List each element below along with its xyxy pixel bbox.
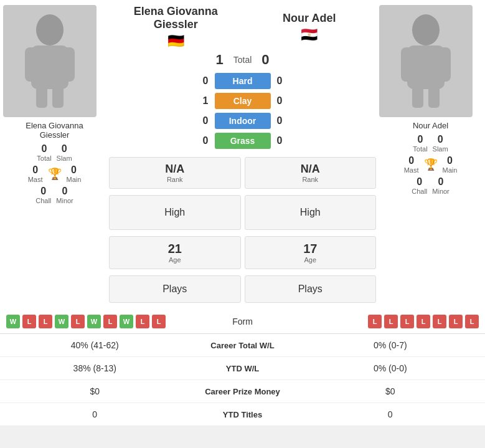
right-slam-stat: 0 Slam [433,134,448,153]
right-mast-stat: 0 Mast [404,155,419,174]
right-player-name-top: Nour Adel [243,12,377,25]
right-player-silhouette [395,11,457,111]
left-mast-stat: 0 Mast [28,164,43,183]
form-badge: L [417,315,430,328]
svg-rect-4 [36,86,47,108]
stats-left-value: $0 [9,386,181,396]
hard-right: 0 [277,75,283,87]
clay-button[interactable]: Clay [215,93,271,109]
form-badge: W [6,315,20,328]
left-plays-box: Plays [109,275,241,303]
left-rank-box: N/A Rank [109,157,241,189]
stats-row: $0Career Prize Money$0 [0,380,485,403]
stats-center-label: YTD W/L [181,364,305,373]
left-slam-stat: 0 Slam [57,143,72,162]
left-rank-label: Rank [115,176,235,183]
hard-button[interactable]: Hard [215,73,271,89]
right-main-stat: 0 Main [443,155,458,174]
form-badge: L [136,315,149,328]
left-plays-label: Plays [162,284,187,294]
hard-left: 0 [203,75,209,87]
stats-section: 40% (41-62)Career Total W/L0% (0-7)38% (… [0,334,485,426]
clay-right: 0 [277,95,283,107]
comparison-section: Elena Giovanna Giessler 0 Total 0 Slam 0… [0,0,485,310]
left-main-stat: 0 Main [67,164,82,183]
stats-row: 0YTD Titles0 [0,403,485,426]
total-score-left: 1 [215,52,223,68]
form-label: Form [205,317,280,326]
stats-right-value: 0% (0-7) [305,340,476,350]
grass-button[interactable]: Grass [215,133,271,149]
form-badge: L [449,315,463,328]
left-flag: 🇩🇪 [109,33,243,49]
clay-left: 1 [203,95,209,107]
right-trophy-icon: 🏆 [424,158,438,171]
svg-rect-10 [412,86,423,108]
left-chall-stat: 0 Chall [35,186,51,204]
left-high-box: High [109,195,241,230]
form-badge: W [55,315,68,328]
stats-row: 38% (8-13)YTD W/L0% (0-0) [0,357,485,380]
right-rank-box: N/A Rank [245,157,377,189]
form-badge: L [368,315,382,328]
right-player-name: Nour Adel [379,121,482,130]
right-age-box: 17 Age [245,236,377,269]
form-badge: L [152,315,166,328]
stats-right-value: 0 [305,409,476,419]
form-section: WLLWLWLWLL Form LLLLLLL [0,310,485,334]
grass-right: 0 [277,135,283,146]
left-age-value: 21 [115,242,235,256]
svg-rect-2 [25,47,37,82]
form-badge: W [87,315,101,328]
stats-left-value: 38% (8-13) [9,363,181,373]
svg-rect-11 [428,86,440,108]
right-rank-label: Rank [250,176,371,183]
right-player-photo [379,5,473,117]
right-rank-value: N/A [250,163,371,176]
stats-left-value: 40% (41-62) [9,340,181,350]
svg-rect-8 [401,47,413,82]
stats-center-label: Career Prize Money [181,387,305,396]
indoor-button[interactable]: Indoor [215,113,271,129]
stats-center-label: YTD Titles [181,410,305,419]
svg-point-6 [412,14,440,45]
form-badge: L [103,315,117,328]
right-high-value: High [300,207,321,217]
indoor-right: 0 [277,115,283,126]
right-age-label: Age [250,256,371,264]
right-plays-label: Plays [298,284,323,294]
right-total-stat: 0 Total [413,134,427,153]
form-badge: W [120,315,133,328]
right-chall-stat: 0 Chall [412,176,427,195]
left-player-name: Elena Giovanna Giessler [3,121,106,140]
stats-row: 40% (41-62)Career Total W/L0% (0-7) [0,334,485,357]
stats-right-value: 0% (0-0) [305,363,476,373]
left-player-name-top: Elena Giovanna Giessler [109,5,243,31]
form-badge: L [465,315,479,328]
left-trophy-icon: 🏆 [48,167,62,181]
left-player-silhouette [19,11,81,111]
form-badge: L [22,315,36,328]
left-form-badges: WLLWLWLWLL [6,315,202,328]
indoor-left: 0 [203,115,209,126]
svg-rect-9 [438,47,451,82]
left-rank-value: N/A [115,163,235,176]
left-minor-stat: 0 Minor [56,186,73,204]
right-player-section: Nour Adel 0 Total 0 Slam 0 Mast 🏆 [379,5,482,305]
left-age-label: Age [115,256,235,264]
center-column: Elena Giovanna Giessler 🇩🇪 Nour Adel 🇪🇬 … [106,5,379,305]
svg-rect-3 [62,47,75,82]
stats-center-label: Career Total W/L [181,341,305,350]
stats-right-value: $0 [305,386,476,396]
form-badge: L [400,315,414,328]
right-minor-stat: 0 Minor [432,176,450,195]
grass-left: 0 [203,135,209,146]
main-container: Elena Giovanna Giessler 0 Total 0 Slam 0… [0,0,485,426]
svg-rect-5 [52,86,64,108]
right-flag: 🇪🇬 [243,27,377,43]
form-badge: L [39,315,52,328]
left-player-photo [3,5,97,117]
form-badge: L [384,315,398,328]
right-form-badges: LLLLLLL [283,315,479,328]
right-high-box: High [245,195,377,230]
